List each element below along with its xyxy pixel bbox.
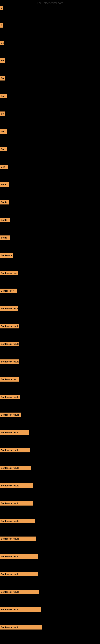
bar-label: Bottle bbox=[0, 200, 9, 204]
bar-item-2: Bo bbox=[0, 41, 4, 45]
bar-label: Bottleneck result bbox=[0, 536, 36, 541]
bar-label: Bottleneck result bbox=[0, 342, 19, 346]
bar-item-26: Bottleneck result bbox=[0, 466, 31, 470]
bar-label: B bbox=[0, 23, 3, 28]
bar-item-14: Bottleneck bbox=[0, 253, 13, 258]
bar-label: Bottleneck result bbox=[0, 484, 33, 488]
bar-item-3: Bot bbox=[0, 58, 5, 63]
bar-item-17: Bottleneck result bbox=[0, 306, 18, 311]
bar-label: Bottle bbox=[0, 236, 10, 240]
bar-label: Bottleneck bbox=[0, 253, 13, 258]
bar-item-32: Bottleneck result bbox=[0, 572, 38, 576]
bar-item-12: Bottle bbox=[0, 218, 10, 222]
bar-label: Bottleneck result bbox=[0, 430, 29, 435]
bar-label: Bottleneck r bbox=[0, 288, 17, 293]
bar-item-10: Bottl bbox=[0, 182, 9, 187]
bar-item-8: Bott bbox=[0, 147, 7, 151]
bar-label: Bottleneck result bbox=[0, 466, 31, 470]
bar-item-30: Bottleneck result bbox=[0, 536, 36, 541]
bar-item-29: Bottleneck result bbox=[0, 519, 35, 523]
bar-label: Bot bbox=[0, 58, 5, 63]
bar-item-31: Bottleneck result bbox=[0, 554, 38, 559]
bar-item-13: Bottle bbox=[0, 236, 10, 240]
bar-item-27: Bottleneck result bbox=[0, 484, 33, 488]
bar-item-6: Bo bbox=[0, 112, 5, 116]
bar-label: Bot bbox=[0, 129, 7, 134]
bar-item-33: Bottleneck result bbox=[0, 590, 39, 594]
bar-label: Bo bbox=[0, 112, 5, 116]
bar-label: Bottleneck result bbox=[0, 590, 39, 594]
bar-item-35: Bottleneck result bbox=[0, 625, 42, 630]
bar-item-15: Bottleneck resu bbox=[0, 271, 18, 275]
bar-item-28: Bottleneck result bbox=[0, 501, 33, 506]
bar-item-24: Bottleneck result bbox=[0, 430, 29, 435]
bar-item-21: Bottleneck resu bbox=[0, 377, 19, 382]
bar-item-19: Bottleneck result bbox=[0, 342, 19, 346]
bar-label: Bottleneck result bbox=[0, 412, 21, 417]
bar-label: Bottleneck result bbox=[0, 519, 35, 523]
bar-item-18: Bottleneck result bbox=[0, 324, 19, 328]
site-title: TheBottlenecker.com bbox=[36, 1, 64, 5]
bar-label: Bo bbox=[0, 41, 4, 45]
bar-label: Bottleneck result bbox=[0, 554, 38, 559]
bar-label: Bottleneck result bbox=[0, 306, 18, 311]
bar-label: Bott bbox=[0, 94, 7, 98]
bar-label: Bottleneck result bbox=[0, 501, 33, 506]
bar-label: Bottleneck result bbox=[0, 395, 20, 399]
bar-label: Bott bbox=[0, 147, 7, 151]
bar-label: Bott bbox=[0, 164, 8, 169]
bar-label: Bottleneck result bbox=[0, 607, 41, 612]
bar-item-0: B bbox=[0, 6, 3, 10]
bar-item-22: Bottleneck result bbox=[0, 395, 20, 399]
bar-item-25: Bottleneck result bbox=[0, 448, 30, 452]
bar-item-7: Bot bbox=[0, 129, 7, 134]
bar-item-9: Bott bbox=[0, 164, 8, 169]
bar-label: Bottleneck result bbox=[0, 448, 30, 452]
bar-label: Bottleneck result bbox=[0, 360, 19, 364]
bar-item-34: Bottleneck result bbox=[0, 607, 41, 612]
bar-label: Bottleneck resu bbox=[0, 377, 19, 382]
bar-item-1: B bbox=[0, 23, 3, 28]
bar-label: Bottleneck result bbox=[0, 625, 42, 630]
bar-item-16: Bottleneck r bbox=[0, 288, 17, 293]
bar-label: Bottl bbox=[0, 182, 9, 187]
bar-item-23: Bottleneck result bbox=[0, 412, 21, 417]
bar-label: Bottleneck resu bbox=[0, 271, 18, 275]
bar-label: Bottle bbox=[0, 218, 10, 222]
bar-item-11: Bottle bbox=[0, 200, 9, 204]
bar-label: B bbox=[0, 6, 3, 10]
bar-label: Bottleneck result bbox=[0, 324, 19, 328]
bar-label: Bottleneck result bbox=[0, 572, 38, 576]
bar-item-20: Bottleneck result bbox=[0, 360, 19, 364]
bar-item-4: Bot bbox=[0, 76, 5, 80]
bar-label: Bot bbox=[0, 76, 5, 80]
bar-item-5: Bott bbox=[0, 94, 7, 98]
